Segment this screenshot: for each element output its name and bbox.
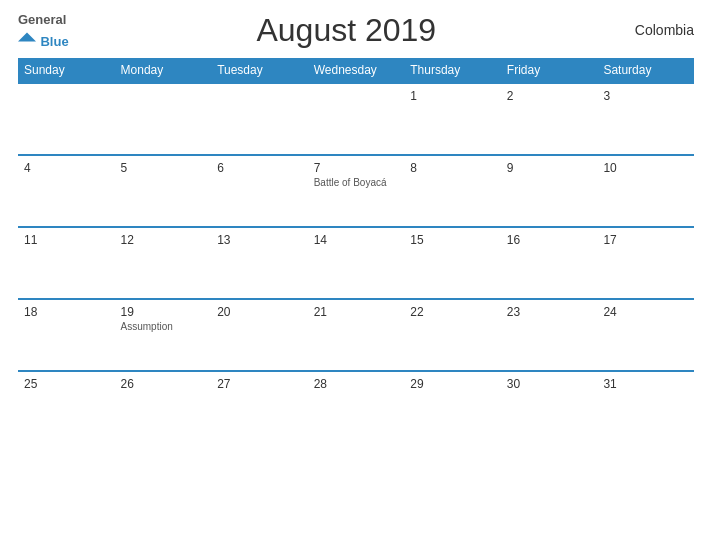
day-cell: 27 xyxy=(211,371,308,443)
day-number: 27 xyxy=(217,377,302,391)
day-number: 1 xyxy=(410,89,495,103)
week-row-5: 25262728293031 xyxy=(18,371,694,443)
day-cell: 7Battle of Boyacá xyxy=(308,155,405,227)
day-cell: 1 xyxy=(404,83,501,155)
day-cell: 16 xyxy=(501,227,598,299)
day-cell: 30 xyxy=(501,371,598,443)
day-cell: 11 xyxy=(18,227,115,299)
logo: General Blue xyxy=(18,10,69,50)
day-cell: 6 xyxy=(211,155,308,227)
day-cell: 3 xyxy=(597,83,694,155)
calendar-page: General Blue August 2019 Colombia Sunday… xyxy=(0,0,712,550)
col-friday: Friday xyxy=(501,58,598,83)
week-row-1: 123 xyxy=(18,83,694,155)
day-cell: 12 xyxy=(115,227,212,299)
day-number: 24 xyxy=(603,305,688,319)
day-cell xyxy=(115,83,212,155)
day-cell: 4 xyxy=(18,155,115,227)
svg-marker-0 xyxy=(18,33,36,42)
day-cell: 25 xyxy=(18,371,115,443)
day-number: 31 xyxy=(603,377,688,391)
day-cell: 28 xyxy=(308,371,405,443)
col-wednesday: Wednesday xyxy=(308,58,405,83)
day-number: 26 xyxy=(121,377,206,391)
header: General Blue August 2019 Colombia xyxy=(18,10,694,50)
day-cell: 21 xyxy=(308,299,405,371)
day-cell xyxy=(18,83,115,155)
day-cell: 14 xyxy=(308,227,405,299)
day-number: 12 xyxy=(121,233,206,247)
day-number: 29 xyxy=(410,377,495,391)
day-number: 10 xyxy=(603,161,688,175)
day-number: 3 xyxy=(603,89,688,103)
day-number: 20 xyxy=(217,305,302,319)
day-number: 17 xyxy=(603,233,688,247)
day-cell: 18 xyxy=(18,299,115,371)
day-cell: 9 xyxy=(501,155,598,227)
col-tuesday: Tuesday xyxy=(211,58,308,83)
day-cell: 22 xyxy=(404,299,501,371)
week-row-4: 1819Assumption2021222324 xyxy=(18,299,694,371)
day-cell: 8 xyxy=(404,155,501,227)
day-number: 15 xyxy=(410,233,495,247)
day-number: 4 xyxy=(24,161,109,175)
day-cell: 31 xyxy=(597,371,694,443)
day-number: 19 xyxy=(121,305,206,319)
logo-blue-text: Blue xyxy=(40,34,68,49)
day-number: 8 xyxy=(410,161,495,175)
day-number: 28 xyxy=(314,377,399,391)
day-cell: 10 xyxy=(597,155,694,227)
month-title: August 2019 xyxy=(69,12,624,49)
day-cell: 17 xyxy=(597,227,694,299)
day-cell: 24 xyxy=(597,299,694,371)
day-cell: 29 xyxy=(404,371,501,443)
day-cell: 26 xyxy=(115,371,212,443)
day-cell: 13 xyxy=(211,227,308,299)
day-number: 21 xyxy=(314,305,399,319)
day-number: 11 xyxy=(24,233,109,247)
col-thursday: Thursday xyxy=(404,58,501,83)
day-number: 22 xyxy=(410,305,495,319)
day-cell: 20 xyxy=(211,299,308,371)
day-number: 30 xyxy=(507,377,592,391)
day-number: 25 xyxy=(24,377,109,391)
holiday-label: Assumption xyxy=(121,321,206,332)
day-cell: 19Assumption xyxy=(115,299,212,371)
weekday-header-row: Sunday Monday Tuesday Wednesday Thursday… xyxy=(18,58,694,83)
day-number: 14 xyxy=(314,233,399,247)
day-number: 13 xyxy=(217,233,302,247)
day-number: 5 xyxy=(121,161,206,175)
col-sunday: Sunday xyxy=(18,58,115,83)
day-number: 18 xyxy=(24,305,109,319)
col-monday: Monday xyxy=(115,58,212,83)
day-cell: 5 xyxy=(115,155,212,227)
holiday-label: Battle of Boyacá xyxy=(314,177,399,188)
day-number: 7 xyxy=(314,161,399,175)
day-cell: 23 xyxy=(501,299,598,371)
day-number: 9 xyxy=(507,161,592,175)
day-cell xyxy=(211,83,308,155)
calendar-table: Sunday Monday Tuesday Wednesday Thursday… xyxy=(18,58,694,443)
day-number: 2 xyxy=(507,89,592,103)
week-row-3: 11121314151617 xyxy=(18,227,694,299)
day-cell xyxy=(308,83,405,155)
day-cell: 2 xyxy=(501,83,598,155)
day-number: 16 xyxy=(507,233,592,247)
col-saturday: Saturday xyxy=(597,58,694,83)
day-cell: 15 xyxy=(404,227,501,299)
day-number: 23 xyxy=(507,305,592,319)
logo-icon xyxy=(18,28,36,46)
country-label: Colombia xyxy=(624,22,694,38)
day-number: 6 xyxy=(217,161,302,175)
week-row-2: 4567Battle of Boyacá8910 xyxy=(18,155,694,227)
logo-general-text: General xyxy=(18,12,66,27)
